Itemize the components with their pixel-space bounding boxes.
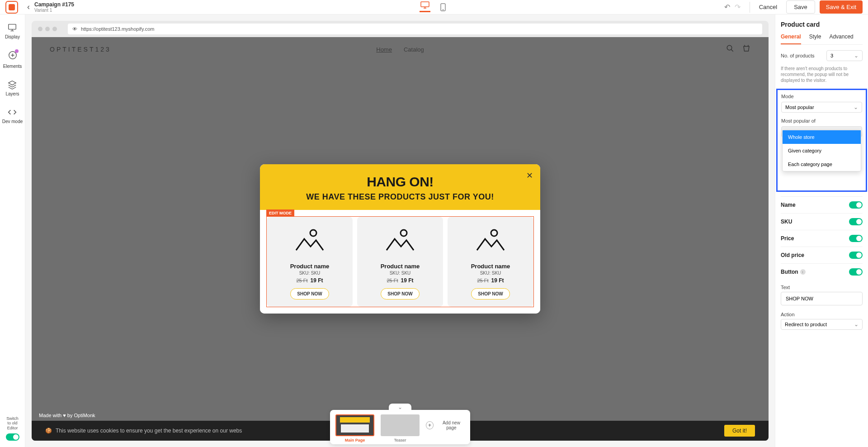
tab-style[interactable]: Style [809,33,821,44]
sku-toggle[interactable] [849,218,863,225]
svg-point-2 [443,10,443,10]
device-toggle [420,2,448,12]
eye-icon: 👁 [72,26,77,32]
back-chevron-icon[interactable]: ‹ [27,2,30,12]
nav-display-label: Display [5,34,20,39]
text-label: Text [781,285,863,290]
dropdown-option[interactable]: Given category [783,144,861,157]
url-bar[interactable]: 👁 https://optitest123.myshopify.com [68,24,762,34]
mode-select[interactable]: Most popular [781,102,862,113]
switch-editor[interactable]: Switch to old Editor [6,416,19,441]
oldprice-toggle[interactable] [849,252,863,259]
undo-icon[interactable]: ↶ [724,3,730,11]
product-image-placeholder [362,223,439,259]
product-card: Product name SKU: SKU 25 Ft19 Ft SHOP NO… [357,217,443,307]
product-card-row[interactable]: Product name SKU: SKU 25 Ft19 Ft SHOP NO… [266,216,534,307]
add-page-label: Add new page [438,420,465,430]
browser-frame: 👁 https://optitest123.myshopify.com OPTI… [32,21,769,441]
nav-layers-label: Layers [5,91,19,96]
product-image-placeholder [452,223,529,259]
button-toggle[interactable] [849,268,863,276]
save-button[interactable]: Save [786,0,815,14]
popup-header: ✕ HANG ON! WE HAVE THESE PRODUCTS JUST F… [260,164,540,210]
product-name: Product name [452,263,529,270]
shop-now-button[interactable]: SHOP NOW [471,288,509,300]
cookie-accept-button[interactable]: Got it! [724,425,755,437]
old-price: 25 Ft [477,278,488,283]
nav-display[interactable]: Display [5,23,20,39]
old-editor-toggle[interactable] [6,433,19,441]
add-new-page[interactable]: Add new page [426,414,465,442]
canvas: 👁 https://optitest123.myshopify.com OPTI… [25,14,775,447]
info-icon[interactable]: i [800,269,806,275]
price: 19 Ft [401,277,414,284]
shop-now-button[interactable]: SHOP NOW [381,288,419,300]
popup-title: HANG ON! [269,174,531,190]
num-products-select[interactable]: 3 [826,50,863,61]
price: 19 Ft [491,277,504,284]
popup: ✕ HANG ON! WE HAVE THESE PRODUCTS JUST F… [260,164,540,314]
nav-devmode[interactable]: Dev mode [2,107,23,124]
button-text-input[interactable] [781,292,863,305]
popular-of-dropdown: Whole store Given category Each category… [782,130,861,171]
window-dot [45,27,50,31]
nav-layers[interactable]: Layers [5,80,19,96]
left-sidebar: Display Elements Layers Dev mode Switch … [0,14,25,447]
edit-mode-badge: EDIT MODE [266,209,294,217]
nav-elements-label: Elements [3,64,22,69]
cookie-icon: 🍪 [45,428,52,434]
switch-line2: to old [7,421,17,425]
price: 19 Ft [311,277,323,284]
name-toggle[interactable] [849,201,863,209]
help-text: If there aren't enough products to recom… [781,66,863,83]
product-sku: SKU: SKU [452,271,529,276]
right-panel: Product card General Style Advanced No. … [775,14,868,447]
dock-handle-icon[interactable]: ⌄ [389,404,411,411]
tab-general[interactable]: General [781,33,801,44]
nav-elements[interactable]: Elements [3,50,22,69]
thumb-label: Main Page [335,438,374,442]
variant-label: Variant 1 [34,8,74,13]
campaign-info: Campaign #175 Variant 1 [34,1,74,13]
action-select[interactable]: Redirect to product [781,319,863,330]
redo-icon[interactable]: ↷ [735,3,741,11]
price-toggle[interactable] [849,235,863,242]
product-name: Product name [271,263,348,270]
close-icon[interactable]: ✕ [526,171,533,181]
cancel-button[interactable]: Cancel [755,1,782,13]
button-toggle-label: Buttoni [781,269,806,275]
sku-toggle-label: SKU [781,219,792,225]
campaign-title: Campaign #175 [34,1,74,8]
name-toggle-label: Name [781,202,796,208]
svg-point-8 [491,230,497,236]
dropdown-option[interactable]: Whole store [783,130,861,144]
panel-title: Product card [781,21,863,28]
popular-of-label: Most popular of [781,118,862,124]
product-card: Product name SKU: SKU 25 Ft19 Ft SHOP NO… [267,217,353,307]
page-thumbnails: ⌄ Main Page Teaser Add new page [330,410,470,444]
switch-line3: Editor [7,426,18,430]
switch-line1: Switch [6,416,19,421]
shop-now-button[interactable]: SHOP NOW [290,288,329,300]
thumb-label: Teaser [381,438,420,442]
oldprice-toggle-label: Old price [781,252,804,258]
svg-point-7 [401,230,407,236]
app-logo[interactable] [5,1,18,14]
save-exit-button[interactable]: Save & Exit [820,0,863,14]
tab-advanced[interactable]: Advanced [829,33,853,44]
product-sku: SKU: SKU [271,271,348,276]
nav-devmode-label: Dev mode [2,119,23,124]
mode-label: Mode [781,94,862,99]
old-price: 25 Ft [296,278,307,283]
thumb-main-page[interactable]: Main Page [335,414,374,442]
svg-rect-0 [421,2,429,7]
thumb-teaser[interactable]: Teaser [381,414,420,442]
product-image-placeholder [271,223,348,259]
action-label: Action [781,312,863,317]
cookie-text: This website uses cookies to ensure you … [56,428,242,434]
desktop-icon[interactable] [420,2,430,12]
popup-subtitle: WE HAVE THESE PRODUCTS JUST FOR YOU! [269,192,531,202]
dropdown-option[interactable]: Each category page [783,157,861,171]
window-dot [52,27,57,31]
mobile-icon[interactable] [438,2,448,12]
